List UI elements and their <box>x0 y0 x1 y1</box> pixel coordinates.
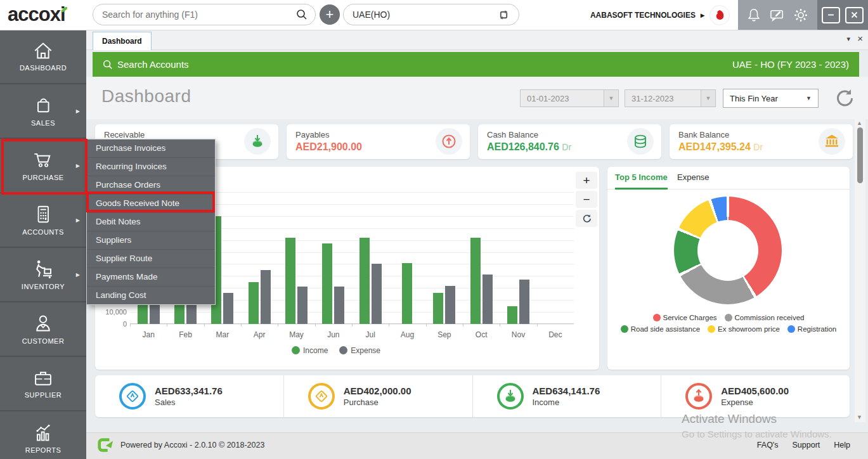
chart-refresh-button[interactable] <box>576 210 597 227</box>
settings-gear-icon[interactable] <box>793 8 808 23</box>
x-axis-tick <box>278 324 278 326</box>
card-value: AED147,395.24 Dr <box>678 141 763 153</box>
sidebar-item-dashboard[interactable]: DASHBOARD <box>0 30 86 84</box>
scrollbar-thumb[interactable] <box>857 127 863 183</box>
company-menu[interactable]: AABASOFT TECHNOLOGIES ▸ <box>590 0 730 30</box>
sidebar-item-label: REPORTS <box>25 446 61 454</box>
bar-group-may <box>278 238 314 324</box>
x-axis-tick <box>389 324 389 326</box>
sidebar-item-label: ACCOUNTS <box>22 228 64 236</box>
chart-zoom-out-button[interactable]: − <box>576 191 597 208</box>
card-label: Payables <box>295 130 329 139</box>
submenu-item-supplier-route[interactable]: Supplier Route <box>87 250 215 268</box>
total-income: AED634,141.76Income <box>473 375 662 417</box>
organization-selector[interactable]: UAE(HO) <box>343 4 519 25</box>
footer-links: FAQ'sSupportHelp <box>757 441 850 449</box>
tab-expense[interactable]: Expense <box>677 172 709 182</box>
chevron-right-icon: ▶ <box>76 108 80 114</box>
chart-zoom-in-button[interactable]: + <box>576 172 597 189</box>
footer-link-support[interactable]: Support <box>793 441 820 449</box>
footer-link-help[interactable]: Help <box>834 441 850 449</box>
sidebar-item-reports[interactable]: REPORTS <box>0 411 86 459</box>
messages-icon[interactable] <box>770 8 785 22</box>
sidebar-item-purchase[interactable]: PURCHASE▶ <box>0 139 86 193</box>
x-axis-tick <box>352 324 353 326</box>
tab-dashboard[interactable]: Dashboard <box>93 32 152 50</box>
summary-card-cash-balance: Cash BalanceAED126,840.76 Dr <box>478 124 661 159</box>
expense-bar-sep <box>445 286 455 325</box>
total-value: AED402,000.00 <box>344 385 411 396</box>
submenu-item-landing-cost[interactable]: Landing Cost <box>87 287 215 304</box>
submenu-item-purchase-orders[interactable]: Purchase Orders <box>87 176 215 195</box>
sidebar-item-customer[interactable]: CUSTOMER <box>0 302 86 357</box>
expense-bar-nov <box>519 280 529 324</box>
submenu-item-goods-received-note[interactable]: Goods Received Note <box>87 195 215 213</box>
total-label: Sales <box>155 398 223 407</box>
date-to-caret-icon[interactable]: ▼ <box>701 90 715 107</box>
total-label: Purchase <box>344 398 411 407</box>
submenu-item-suppliers[interactable]: Suppliers <box>87 231 215 250</box>
x-axis-label-apr: Apr <box>241 330 278 339</box>
sidebar-item-accounts[interactable]: ACCOUNTS▶ <box>0 193 86 248</box>
submenu-item-debit-notes[interactable]: Debit Notes <box>87 213 215 231</box>
add-button[interactable]: + <box>320 4 340 25</box>
coins-icon <box>627 128 654 155</box>
coin-up-icon <box>685 383 712 410</box>
expense-bar-mar <box>223 293 233 324</box>
cart-icon <box>32 150 55 170</box>
submenu-item-purchase-invoices[interactable]: Purchase Invoices <box>87 139 215 158</box>
search-accounts-button[interactable]: Search Accounts <box>103 59 189 70</box>
close-button[interactable] <box>845 7 864 23</box>
tab-list-caret-icon[interactable]: ▾ <box>846 35 850 43</box>
accounts-search-bar: Search Accounts UAE - HO (FY 2023 - 2023… <box>93 52 859 77</box>
date-from-picker[interactable]: 01-01-2023 ▼ <box>520 89 619 107</box>
home-icon <box>32 41 54 60</box>
period-select[interactable]: This Fin Year ▼ <box>723 89 819 108</box>
sidebar-item-label: PURCHASE <box>22 174 63 181</box>
sidebar-item-supplier[interactable]: SUPPLIER <box>0 357 86 411</box>
x-axis-tick <box>426 324 427 326</box>
company-caret-icon: ▸ <box>701 11 704 20</box>
sidebar-item-sales[interactable]: SALES▶ <box>0 84 86 139</box>
tab-close-icon[interactable]: × <box>857 33 863 44</box>
card-label: Receivable <box>104 130 145 139</box>
bank-icon <box>819 128 845 155</box>
total-value: AED633,341.76 <box>155 385 223 396</box>
scrollbar-down-icon[interactable]: ▼ <box>857 414 862 420</box>
scrollbar-up-icon[interactable]: ▲ <box>857 120 862 126</box>
switch-org-icon[interactable] <box>498 10 510 20</box>
sidebar-item-inventory[interactable]: INVENTORY▶ <box>0 248 86 302</box>
x-axis-label-dec: Dec <box>537 330 574 339</box>
accoxi-footer-logo-icon <box>96 437 114 453</box>
x-axis-label-aug: Aug <box>389 330 425 339</box>
submenu-item-payments-made[interactable]: Payments Made <box>87 268 215 287</box>
tab-top5-income[interactable]: Top 5 Income <box>615 172 668 190</box>
income-bar-sep <box>433 293 443 324</box>
search-icon[interactable] <box>296 9 308 20</box>
x-axis-tick <box>241 324 242 326</box>
x-axis-label-nov: Nov <box>500 330 536 339</box>
vertical-scrollbar[interactable]: ▲ ▼ <box>855 118 865 422</box>
date-from-caret-icon[interactable]: ▼ <box>604 90 618 107</box>
minimize-button[interactable] <box>822 7 840 23</box>
refresh-dashboard-icon[interactable] <box>834 87 855 108</box>
expense-bar-jun <box>334 287 344 324</box>
date-to-picker[interactable]: 31-12-2023 ▼ <box>625 89 716 107</box>
donut-legend-registration: Registration <box>787 325 836 333</box>
donut-legend-service-charges: Service Charges <box>653 314 717 321</box>
x-axis-tick <box>500 324 500 326</box>
x-axis-label-jun: Jun <box>315 330 352 339</box>
avatar[interactable] <box>709 5 730 25</box>
card-label: Cash Balance <box>487 130 538 139</box>
sidebar-item-label: INVENTORY <box>22 283 65 290</box>
submenu-item-recurring-invoices[interactable]: Recurring Invoices <box>87 158 215 176</box>
bar-chart-legend: IncomeExpense <box>95 346 577 355</box>
global-search[interactable] <box>93 4 316 25</box>
organization-value: UAE(HO) <box>353 10 390 20</box>
expense-bar-apr <box>261 270 271 324</box>
search-input[interactable] <box>101 9 296 20</box>
bell-icon[interactable] <box>747 8 761 23</box>
donut-tabs: Top 5 Income Expense <box>607 167 850 190</box>
card-label: Bank Balance <box>678 130 729 139</box>
footer-link-faqs[interactable]: FAQ's <box>757 441 779 449</box>
